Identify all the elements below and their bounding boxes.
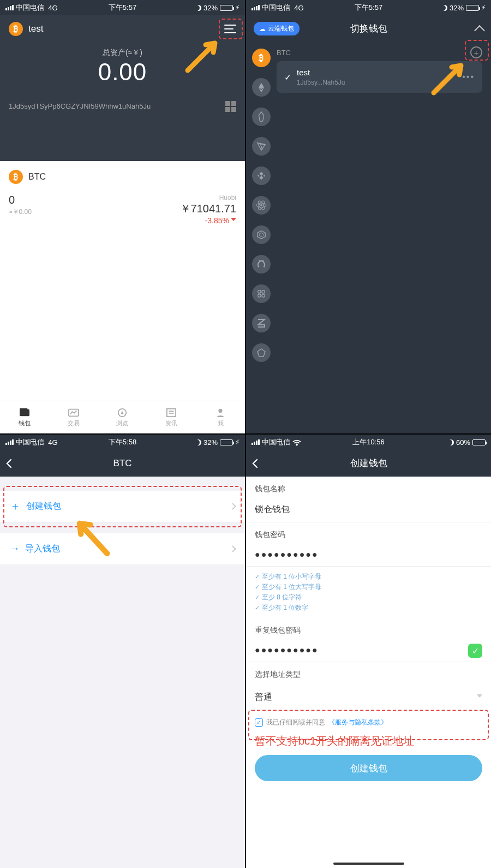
addr-type-select[interactable]: 普通: [246, 684, 491, 711]
wallet-address[interactable]: 1Jd5sydTSyPp6CGZYJNf59Whhw1uNah5Ju: [9, 102, 151, 110]
annotation-arrow: [71, 515, 115, 558]
wallet-name: test: [28, 23, 43, 34]
sidebar-item-ont[interactable]: [252, 255, 271, 274]
collapse-icon[interactable]: [474, 25, 485, 36]
tab-browse[interactable]: 浏览: [98, 401, 147, 433]
addr-type-value: 普通: [255, 692, 272, 703]
add-wallet-button[interactable]: +: [470, 46, 482, 58]
checkbox-icon[interactable]: ✓: [255, 718, 263, 727]
annotation-arrow: [185, 35, 223, 73]
sidebar-item-zil[interactable]: [252, 314, 271, 332]
back-button[interactable]: [7, 459, 16, 468]
match-check-icon: ✓: [468, 644, 482, 658]
menu-button[interactable]: [224, 25, 236, 33]
terms-link[interactable]: 《服务与隐私条款》: [328, 718, 387, 727]
svg-point-14: [258, 290, 261, 293]
status-bar: 中国电信 4G 下午5:57 32% ⚡︎: [246, 0, 491, 15]
svg-point-7: [218, 408, 222, 412]
status-bar: 中国电信 4G 下午5:57 32% ⚡︎: [0, 0, 245, 15]
battery-pct: 60%: [456, 438, 470, 447]
carrier-label: 中国电信: [16, 437, 44, 447]
name-input[interactable]: 锁仓钱包: [246, 498, 491, 522]
sidebar-item-btc[interactable]: ₿: [252, 49, 271, 67]
svg-rect-0: [20, 409, 29, 416]
repeat-pwd-input[interactable]: ●●●●●●●●●●: [246, 640, 468, 662]
time-label: 下午5:58: [109, 437, 136, 447]
coin-name[interactable]: BTC: [28, 172, 46, 182]
carrier-label: 中国电信: [16, 3, 44, 13]
coin-price: ￥71041.71: [180, 201, 236, 216]
home-indicator[interactable]: [333, 863, 404, 865]
coin-amount: 0: [9, 194, 32, 206]
battery-pct: 32%: [203, 438, 218, 447]
addr-type-label: 选择地址类型: [246, 662, 491, 684]
svg-rect-1: [20, 408, 27, 409]
sidebar-item-bnb[interactable]: [252, 167, 271, 185]
sidebar-item-eos[interactable]: [252, 108, 271, 126]
sidebar-item-atom[interactable]: [252, 196, 271, 215]
page-title: BTC: [113, 458, 132, 469]
svg-point-17: [262, 294, 265, 297]
import-wallet-button[interactable]: → 导入钱包: [0, 533, 245, 565]
sidebar-item-chain[interactable]: [252, 284, 271, 303]
create-button[interactable]: 创建钱包: [255, 755, 482, 781]
news-icon: [165, 408, 177, 418]
battery-icon: [466, 5, 479, 11]
moon-icon: [441, 5, 447, 11]
back-button[interactable]: [253, 459, 262, 468]
sidebar-item-iost[interactable]: [252, 225, 271, 244]
svg-marker-12: [258, 231, 265, 239]
sidebar-item-more[interactable]: [252, 343, 271, 362]
tab-trade[interactable]: 交易: [49, 401, 98, 433]
agree-row[interactable]: ✓ 我已仔细阅读并同意 《服务与隐私条款》: [246, 711, 491, 734]
battery-icon: [220, 5, 233, 11]
tab-me[interactable]: 我: [196, 401, 245, 433]
warning-text: 暂不支持bc1开头的隔离见证地址: [246, 734, 491, 752]
battery-pct: 32%: [203, 4, 218, 12]
carrier-label: 中国电信: [262, 437, 290, 447]
bitcoin-icon: ₿: [9, 22, 23, 36]
tab-news[interactable]: 资讯: [147, 401, 196, 433]
pwd-rule: 至少有 1 位数字: [255, 603, 482, 613]
down-caret-icon: [231, 218, 236, 224]
plus-icon: ＋: [10, 499, 21, 514]
price-change: -3.85%: [205, 216, 229, 225]
status-bar: 中国电信 4G 下午5:58 32% ⚡︎: [0, 435, 245, 450]
tab-wallet[interactable]: 钱包: [0, 401, 49, 433]
svg-point-15: [262, 290, 265, 293]
moon-icon: [195, 5, 201, 11]
create-wallet-label: 创建钱包: [26, 501, 61, 512]
section-label: BTC: [277, 49, 482, 57]
network-label: 4G: [48, 438, 57, 447]
chain-sidebar: ₿: [246, 42, 277, 432]
charging-icon: ⚡︎: [481, 4, 486, 11]
repeat-pwd-label: 重复钱包密码: [246, 618, 491, 640]
import-wallet-label: 导入钱包: [25, 543, 60, 555]
network-label: 4G: [294, 4, 303, 12]
cloud-wallet-pill[interactable]: ☁ 云端钱包: [254, 22, 300, 35]
signal-icon: [252, 439, 260, 445]
name-label: 钱包名称: [246, 477, 491, 498]
time-label: 上午10:56: [352, 437, 385, 447]
sidebar-item-eth[interactable]: [252, 78, 271, 97]
charging-icon: ⚡︎: [235, 438, 239, 446]
pwd-rule: 至少有 1 位大写字母: [255, 582, 482, 592]
charging-icon: ⚡︎: [235, 4, 239, 11]
dropdown-icon: [477, 694, 482, 700]
pwd-input[interactable]: ●●●●●●●●●●: [246, 544, 491, 567]
qr-icon[interactable]: [225, 101, 236, 112]
create-wallet-button[interactable]: ＋ 创建钱包: [0, 491, 245, 522]
moon-icon: [195, 439, 201, 445]
chevron-right-icon: [229, 545, 236, 552]
person-icon: [214, 408, 226, 418]
time-label: 下午5:57: [355, 3, 382, 13]
pwd-label: 钱包密码: [246, 522, 491, 544]
signal-icon: [5, 5, 14, 10]
annotation-arrow: [431, 57, 469, 96]
svg-marker-13: [259, 233, 263, 236]
compass-icon: [116, 408, 128, 418]
chevron-right-icon: [229, 503, 236, 510]
time-label: 下午5:57: [109, 3, 136, 13]
svg-point-8: [260, 204, 262, 206]
sidebar-item-trx[interactable]: [252, 137, 271, 156]
